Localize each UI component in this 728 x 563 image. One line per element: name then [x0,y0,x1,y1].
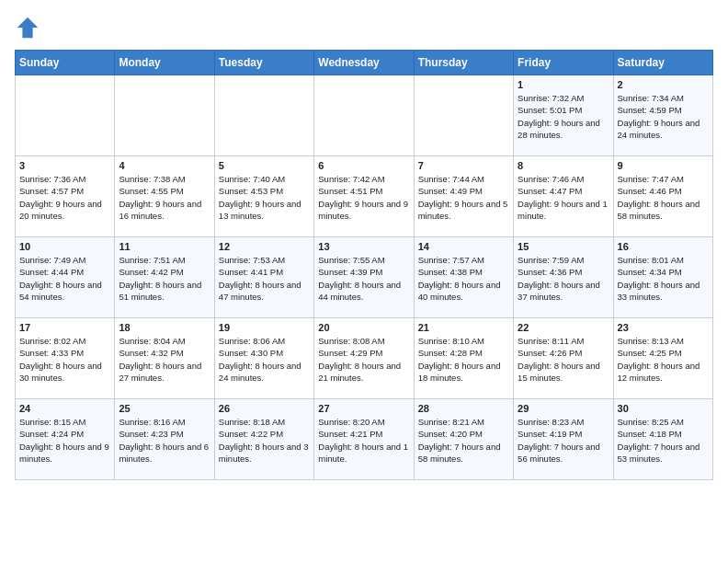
calendar-cell: 7Sunrise: 7:44 AM Sunset: 4:49 PM Daylig… [414,156,513,237]
calendar-cell: 27Sunrise: 8:20 AM Sunset: 4:21 PM Dayli… [314,399,414,480]
calendar-cell: 12Sunrise: 7:53 AM Sunset: 4:41 PM Dayli… [214,237,313,318]
page-header [15,15,713,40]
calendar-cell: 26Sunrise: 8:18 AM Sunset: 4:22 PM Dayli… [214,399,313,480]
day-number: 8 [518,160,609,171]
day-info: Sunrise: 8:11 AM Sunset: 4:26 PM Dayligh… [518,335,609,384]
day-info: Sunrise: 8:06 AM Sunset: 4:30 PM Dayligh… [219,335,310,384]
col-header-sunday: Sunday [16,51,115,75]
col-header-saturday: Saturday [613,51,712,75]
day-number: 13 [318,241,409,252]
day-number: 6 [318,160,409,171]
day-info: Sunrise: 7:32 AM Sunset: 5:01 PM Dayligh… [518,92,609,141]
day-info: Sunrise: 7:38 AM Sunset: 4:55 PM Dayligh… [119,173,210,222]
day-info: Sunrise: 7:42 AM Sunset: 4:51 PM Dayligh… [318,173,409,222]
day-number: 12 [219,241,310,252]
day-info: Sunrise: 8:10 AM Sunset: 4:28 PM Dayligh… [418,335,509,384]
day-number: 17 [19,322,110,333]
day-number: 28 [418,403,509,414]
svg-marker-0 [17,17,38,38]
col-header-tuesday: Tuesday [214,51,313,75]
calendar-cell: 30Sunrise: 8:25 AM Sunset: 4:18 PM Dayli… [613,399,712,480]
calendar-cell: 16Sunrise: 8:01 AM Sunset: 4:34 PM Dayli… [613,237,712,318]
day-info: Sunrise: 8:18 AM Sunset: 4:22 PM Dayligh… [219,416,310,465]
calendar-cell: 15Sunrise: 7:59 AM Sunset: 4:36 PM Dayli… [514,237,613,318]
day-number: 1 [518,79,609,90]
day-info: Sunrise: 7:55 AM Sunset: 4:39 PM Dayligh… [318,254,409,303]
calendar-cell: 10Sunrise: 7:49 AM Sunset: 4:44 PM Dayli… [16,237,115,318]
calendar-week-row: 17Sunrise: 8:02 AM Sunset: 4:33 PM Dayli… [16,318,713,399]
day-info: Sunrise: 8:23 AM Sunset: 4:19 PM Dayligh… [518,416,609,465]
day-info: Sunrise: 8:20 AM Sunset: 4:21 PM Dayligh… [318,416,409,465]
day-number: 24 [19,403,110,414]
day-info: Sunrise: 7:57 AM Sunset: 4:38 PM Dayligh… [418,254,509,303]
day-number: 19 [219,322,310,333]
day-number: 11 [119,241,210,252]
day-number: 29 [518,403,609,414]
day-number: 30 [618,403,709,414]
calendar-cell: 5Sunrise: 7:40 AM Sunset: 4:53 PM Daylig… [214,156,313,237]
day-number: 20 [318,322,409,333]
calendar-cell: 18Sunrise: 8:04 AM Sunset: 4:32 PM Dayli… [115,318,214,399]
calendar-cell: 13Sunrise: 7:55 AM Sunset: 4:39 PM Dayli… [314,237,414,318]
day-info: Sunrise: 7:36 AM Sunset: 4:57 PM Dayligh… [19,173,110,222]
calendar-cell: 24Sunrise: 8:15 AM Sunset: 4:24 PM Dayli… [16,399,115,480]
day-number: 16 [618,241,709,252]
col-header-friday: Friday [514,51,613,75]
calendar-cell: 22Sunrise: 8:11 AM Sunset: 4:26 PM Dayli… [514,318,613,399]
day-info: Sunrise: 7:59 AM Sunset: 4:36 PM Dayligh… [518,254,609,303]
calendar-cell [16,75,115,156]
day-info: Sunrise: 8:13 AM Sunset: 4:25 PM Dayligh… [618,335,709,384]
day-number: 21 [418,322,509,333]
calendar-cell: 19Sunrise: 8:06 AM Sunset: 4:30 PM Dayli… [214,318,313,399]
calendar-cell: 8Sunrise: 7:46 AM Sunset: 4:47 PM Daylig… [514,156,613,237]
day-number: 2 [618,79,709,90]
calendar-cell: 23Sunrise: 8:13 AM Sunset: 4:25 PM Dayli… [613,318,712,399]
calendar-cell: 14Sunrise: 7:57 AM Sunset: 4:38 PM Dayli… [414,237,513,318]
day-info: Sunrise: 8:01 AM Sunset: 4:34 PM Dayligh… [618,254,709,303]
day-info: Sunrise: 8:08 AM Sunset: 4:29 PM Dayligh… [318,335,409,384]
logo-icon [15,15,40,40]
day-info: Sunrise: 7:47 AM Sunset: 4:46 PM Dayligh… [618,173,709,222]
calendar-cell: 1Sunrise: 7:32 AM Sunset: 5:01 PM Daylig… [514,75,613,156]
day-info: Sunrise: 8:04 AM Sunset: 4:32 PM Dayligh… [119,335,210,384]
calendar-cell [214,75,313,156]
day-info: Sunrise: 7:51 AM Sunset: 4:42 PM Dayligh… [119,254,210,303]
day-number: 4 [119,160,210,171]
calendar-table: SundayMondayTuesdayWednesdayThursdayFrid… [15,50,713,480]
calendar-header-row: SundayMondayTuesdayWednesdayThursdayFrid… [16,51,713,75]
col-header-wednesday: Wednesday [314,51,414,75]
day-info: Sunrise: 8:15 AM Sunset: 4:24 PM Dayligh… [19,416,110,465]
day-number: 25 [119,403,210,414]
calendar-cell: 25Sunrise: 8:16 AM Sunset: 4:23 PM Dayli… [115,399,214,480]
day-number: 18 [119,322,210,333]
calendar-cell [314,75,414,156]
calendar-cell: 2Sunrise: 7:34 AM Sunset: 4:59 PM Daylig… [613,75,712,156]
calendar-week-row: 10Sunrise: 7:49 AM Sunset: 4:44 PM Dayli… [16,237,713,318]
calendar-cell: 4Sunrise: 7:38 AM Sunset: 4:55 PM Daylig… [115,156,214,237]
calendar-cell [414,75,513,156]
day-number: 14 [418,241,509,252]
calendar-cell: 21Sunrise: 8:10 AM Sunset: 4:28 PM Dayli… [414,318,513,399]
day-number: 7 [418,160,509,171]
day-info: Sunrise: 7:44 AM Sunset: 4:49 PM Dayligh… [418,173,509,222]
calendar-cell: 3Sunrise: 7:36 AM Sunset: 4:57 PM Daylig… [16,156,115,237]
day-info: Sunrise: 7:34 AM Sunset: 4:59 PM Dayligh… [618,92,709,141]
day-number: 26 [219,403,310,414]
day-number: 5 [219,160,310,171]
calendar-cell: 20Sunrise: 8:08 AM Sunset: 4:29 PM Dayli… [314,318,414,399]
day-number: 22 [518,322,609,333]
day-info: Sunrise: 7:53 AM Sunset: 4:41 PM Dayligh… [219,254,310,303]
day-number: 10 [19,241,110,252]
day-number: 23 [618,322,709,333]
day-info: Sunrise: 8:25 AM Sunset: 4:18 PM Dayligh… [618,416,709,465]
calendar-week-row: 1Sunrise: 7:32 AM Sunset: 5:01 PM Daylig… [16,75,713,156]
day-info: Sunrise: 7:49 AM Sunset: 4:44 PM Dayligh… [19,254,110,303]
day-info: Sunrise: 7:46 AM Sunset: 4:47 PM Dayligh… [518,173,609,222]
calendar-cell: 29Sunrise: 8:23 AM Sunset: 4:19 PM Dayli… [514,399,613,480]
day-info: Sunrise: 7:40 AM Sunset: 4:53 PM Dayligh… [219,173,310,222]
calendar-cell: 11Sunrise: 7:51 AM Sunset: 4:42 PM Dayli… [115,237,214,318]
col-header-thursday: Thursday [414,51,513,75]
day-info: Sunrise: 8:02 AM Sunset: 4:33 PM Dayligh… [19,335,110,384]
logo [15,15,44,40]
calendar-cell [115,75,214,156]
